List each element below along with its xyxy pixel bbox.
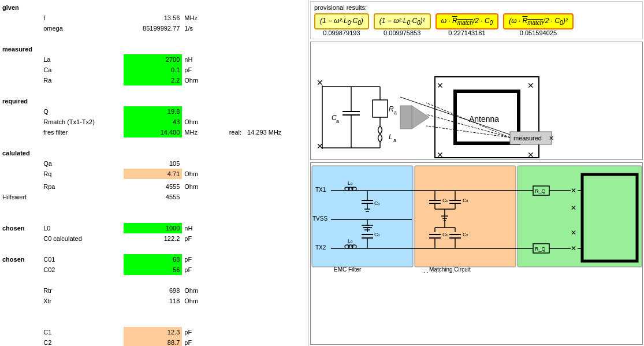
formula-label: provisional results: xyxy=(314,4,639,11)
unit-Rtr: Ohm xyxy=(182,285,211,296)
matching-circuit-bottom-label: Matching Circuit xyxy=(423,271,465,273)
value-Q[interactable]: 19.8 xyxy=(124,106,183,117)
label-Rpa: Rpa xyxy=(41,181,123,192)
svg-text:✕: ✕ xyxy=(527,150,534,159)
svg-text:a: a xyxy=(336,118,339,124)
label-Rtr: Rtr xyxy=(41,285,123,296)
label-C02: C02 xyxy=(41,265,123,275)
svg-text:C₀: C₀ xyxy=(374,232,381,237)
right-panel: provisional results: (1 − ω²·L0·C0) 0.09… xyxy=(309,0,644,346)
value-Rpa: 4555 xyxy=(124,181,183,192)
unit-La: nH xyxy=(182,54,211,65)
svg-text:L₀: L₀ xyxy=(348,238,353,244)
svg-marker-19 xyxy=(412,106,429,129)
formula-box-4: (ω · Rmatch/2 · C0)² xyxy=(503,13,574,29)
value-La[interactable]: 2700 xyxy=(124,54,183,65)
label-C1: C1 xyxy=(41,327,123,337)
svg-rect-34 xyxy=(415,166,516,267)
svg-text:C₂: C₂ xyxy=(463,198,469,203)
svg-line-31 xyxy=(426,126,510,137)
svg-text:C₂: C₂ xyxy=(463,232,469,237)
matching-circuit-area: EMC Filter Matching Circuit TX1 TVSS TX2 xyxy=(310,162,643,345)
value-C0calc: 122.2 xyxy=(124,233,183,244)
formula-box-1: (1 − ω²·L0·C0) xyxy=(314,13,369,29)
section-measured: measured xyxy=(0,44,41,54)
svg-text:a: a xyxy=(394,110,397,116)
value-Rtr: 698 xyxy=(124,285,183,296)
label-C2: C2 xyxy=(41,337,123,346)
svg-text:C₁: C₁ xyxy=(442,198,449,203)
tooltip-text: measured xyxy=(513,135,542,142)
section-chosen2: chosen xyxy=(0,254,41,265)
value-omega: 85199992.77 xyxy=(124,23,183,34)
unit-C2: pF xyxy=(182,337,211,346)
value-Hilfswert: 4555 xyxy=(124,192,183,202)
svg-text:R_Q: R_Q xyxy=(535,188,546,194)
label-f: f xyxy=(41,13,123,23)
watermark: elecfans.com xyxy=(582,272,613,273)
unit-Ra: Ohm xyxy=(182,75,211,85)
svg-text:R: R xyxy=(389,105,394,113)
unit-Rpa: Ohm xyxy=(182,181,211,192)
value-f: 13.56 xyxy=(124,13,183,23)
value-L0[interactable]: 1000 xyxy=(124,223,183,233)
unit-Ca: pF xyxy=(182,65,211,75)
value-C02[interactable]: 56 xyxy=(124,265,183,275)
unit-f: MHz xyxy=(182,13,211,23)
left-panel: given f 13.56 MHz omega 85199992.77 1/s xyxy=(0,0,309,346)
section-calculated: calulated xyxy=(0,148,41,158)
formula-box-2: (1 − ω²·L0·C0)² xyxy=(374,13,431,29)
value-C1[interactable]: 12.3 xyxy=(124,327,183,337)
label-Hilfswert: Hilfswert xyxy=(0,192,41,202)
emc-filter-label: EMC Filter xyxy=(334,266,362,273)
formula-value-2: 0.009975853 xyxy=(379,29,425,36)
svg-text:✕: ✕ xyxy=(437,81,444,90)
value-fres[interactable]: 14.400 xyxy=(124,127,183,137)
value-C01[interactable]: 68 xyxy=(124,254,183,265)
section-given: given xyxy=(0,2,41,13)
svg-text:✕: ✕ xyxy=(571,204,576,212)
circuit-svg: ✕ ✕ C a R a xyxy=(311,42,643,160)
value-Rmatch[interactable]: 43 xyxy=(124,117,183,127)
svg-text:a: a xyxy=(393,137,396,143)
label-L0: L0 xyxy=(41,223,123,233)
label-Rmatch: Rmatch (Tx1-Tx2) xyxy=(41,117,123,127)
tvss-label: TVSS xyxy=(312,215,327,222)
value-Ra[interactable]: 2.2 xyxy=(124,75,183,85)
unit-C02: pF xyxy=(182,265,211,275)
circuit-area: ✕ ✕ C a R a xyxy=(310,42,643,160)
formula-section: provisional results: (1 − ω²·L0·C0) 0.09… xyxy=(310,1,643,39)
section-chosen1: chosen xyxy=(0,223,41,233)
svg-text:✕: ✕ xyxy=(527,81,534,90)
unit-C0calc: pF xyxy=(182,233,211,244)
value-Xtr: 118 xyxy=(124,296,183,306)
tx1-label: TX1 xyxy=(315,187,326,193)
unit-Xtr: Ohm xyxy=(182,296,211,306)
label-C01: C01 xyxy=(41,254,123,265)
svg-text:✕: ✕ xyxy=(571,187,576,195)
label-La: La xyxy=(41,54,123,65)
value-Ca[interactable]: 0.1 xyxy=(124,65,183,75)
formula-value-4: 0.051594025 xyxy=(515,29,561,36)
label-real: real: xyxy=(211,127,244,137)
label-Q: Q xyxy=(41,106,123,117)
label-Ra: Ra xyxy=(41,75,123,85)
svg-text:L: L xyxy=(389,133,393,141)
svg-rect-20 xyxy=(400,106,412,129)
value-Qa: 105 xyxy=(124,158,183,169)
label-Ca: Ca xyxy=(41,65,123,75)
label-Xtr: Xtr xyxy=(41,296,123,306)
formula-value-1: 0.099879193 xyxy=(318,29,364,36)
unit-C01: pF xyxy=(182,254,211,265)
value-Rq[interactable]: 4.71 xyxy=(124,169,183,179)
value-C2[interactable]: 88.7 xyxy=(124,337,183,346)
unit-omega: 1/s xyxy=(182,23,211,34)
unit-C1: pF xyxy=(182,327,211,337)
label-C0calc: C0 calculated xyxy=(41,233,123,244)
unit-fres: MHz xyxy=(182,127,211,137)
svg-text:L₀: L₀ xyxy=(348,180,353,186)
svg-text:C₀: C₀ xyxy=(374,200,381,206)
svg-text:✕: ✕ xyxy=(549,135,554,142)
svg-text:C₁: C₁ xyxy=(442,232,449,237)
unit-Rq: Ohm xyxy=(182,169,211,179)
